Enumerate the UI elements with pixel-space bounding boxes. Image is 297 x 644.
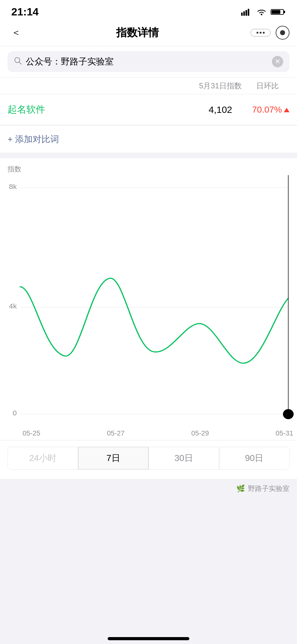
dot3 — [263, 32, 265, 34]
nav-actions — [251, 26, 289, 40]
svg-text:8k: 8k — [9, 183, 17, 191]
svg-rect-10 — [0, 175, 297, 427]
svg-rect-3 — [248, 9, 249, 16]
up-arrow-icon — [284, 108, 289, 112]
footer-logo-icon: 🌿 — [236, 485, 245, 493]
battery-icon — [271, 8, 286, 16]
col-index-header: 5月31日指数 — [195, 81, 246, 91]
status-icons — [241, 8, 286, 16]
svg-point-4 — [261, 14, 262, 15]
change-percent: 70.07% — [252, 105, 282, 115]
home-indicator — [108, 637, 189, 640]
svg-rect-7 — [272, 10, 280, 14]
index-value: 4,102 — [195, 104, 246, 115]
change-value: 70.07% — [246, 105, 289, 115]
x-label-2: 05-29 — [187, 429, 213, 437]
time-btn-24h[interactable]: 24小时 — [8, 447, 78, 469]
record-button[interactable] — [276, 26, 289, 40]
search-value: 公众号：野路子实验室 — [26, 56, 268, 68]
data-row: 起名软件 4,102 70.07% — [0, 94, 297, 125]
chart-svg: 8k 4k 0 — [0, 175, 297, 427]
search-box[interactable]: 公众号：野路子实验室 ✕ — [8, 51, 289, 72]
table-header: 5月31日指数 日环比 — [0, 78, 297, 94]
wifi-icon — [256, 8, 267, 16]
time-btn-90d[interactable]: 90日 — [219, 447, 290, 469]
dot1 — [256, 32, 258, 34]
time-btn-7d[interactable]: 7日 — [78, 447, 149, 469]
time-btn-30d[interactable]: 30日 — [148, 447, 219, 469]
time-range-selector: 24小时 7日 30日 90日 — [0, 441, 297, 479]
search-container: 公众号：野路子实验室 ✕ — [0, 46, 297, 77]
signal-icon — [241, 8, 252, 16]
dot2 — [260, 32, 262, 34]
status-time: 21:14 — [11, 6, 39, 18]
col-change-header: 日环比 — [246, 81, 289, 91]
search-clear-button[interactable]: ✕ — [272, 56, 283, 67]
page-title: 指数详情 — [116, 25, 159, 40]
record-icon — [280, 30, 285, 35]
more-button[interactable] — [251, 29, 271, 36]
svg-rect-6 — [284, 11, 285, 13]
status-bar: 21:14 — [0, 0, 297, 21]
chart-section: 指数 8k 4k 0 05-25 05 — [0, 158, 297, 440]
clear-icon: ✕ — [275, 58, 280, 65]
svg-rect-0 — [241, 13, 243, 16]
footer: 🌿 野路子实验室 — [0, 479, 297, 503]
svg-rect-2 — [246, 10, 247, 16]
y-axis-label: 指数 — [0, 164, 297, 174]
x-label-3: 05-31 — [272, 429, 297, 437]
x-label-0: 05-25 — [19, 429, 44, 437]
svg-text:0: 0 — [13, 409, 17, 417]
add-compare-label: + 添加对比词 — [8, 134, 59, 144]
footer-brand-name: 野路子实验室 — [248, 484, 289, 493]
svg-point-18 — [283, 409, 294, 419]
keyword-name: 起名软件 — [8, 103, 195, 116]
add-compare-row[interactable]: + 添加对比词 — [0, 126, 297, 153]
svg-text:4k: 4k — [9, 302, 17, 310]
svg-rect-1 — [243, 11, 245, 16]
chart-area: 8k 4k 0 — [0, 175, 297, 427]
search-icon — [14, 57, 22, 67]
back-button[interactable]: ＜ — [8, 24, 24, 41]
x-label-1: 05-27 — [103, 429, 128, 437]
x-axis: 05-25 05-27 05-29 05-31 — [0, 427, 297, 440]
svg-line-9 — [19, 62, 21, 64]
nav-bar: ＜ 指数详情 — [0, 21, 297, 46]
